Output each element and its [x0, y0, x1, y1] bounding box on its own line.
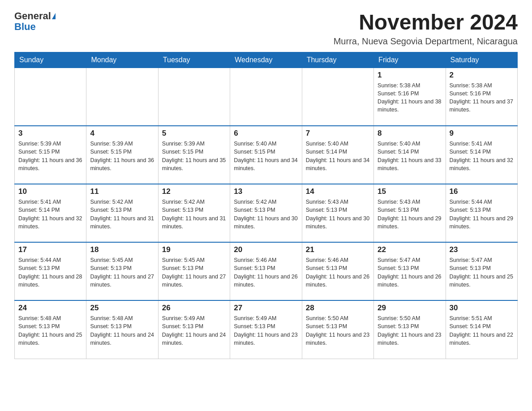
day-number: 9 [450, 129, 514, 138]
calendar-week-row: 10Sunrise: 5:41 AMSunset: 5:14 PMDayligh… [15, 184, 518, 242]
logo-general: General [14, 11, 51, 21]
day-number: 1 [378, 71, 442, 80]
calendar-cell: 19Sunrise: 5:45 AMSunset: 5:13 PMDayligh… [158, 242, 230, 300]
day-number: 24 [18, 304, 82, 313]
page-header: General Blue November 2024 Murra, Nueva … [14, 11, 518, 47]
day-number: 6 [234, 129, 298, 138]
day-info: Sunrise: 5:50 AMSunset: 5:13 PMDaylight:… [306, 314, 370, 347]
day-number: 16 [450, 187, 514, 196]
month-title: November 2024 [334, 11, 518, 34]
day-info: Sunrise: 5:40 AMSunset: 5:15 PMDaylight:… [234, 140, 298, 172]
day-info: Sunrise: 5:48 AMSunset: 5:13 PMDaylight:… [18, 314, 82, 347]
calendar-cell: 25Sunrise: 5:48 AMSunset: 5:13 PMDayligh… [86, 300, 158, 359]
day-number: 26 [162, 304, 226, 313]
day-number: 27 [234, 304, 298, 313]
calendar-cell: 8Sunrise: 5:40 AMSunset: 5:14 PMDaylight… [374, 126, 446, 184]
calendar-cell [302, 68, 373, 126]
day-info: Sunrise: 5:39 AMSunset: 5:15 PMDaylight:… [162, 140, 226, 172]
calendar-week-row: 1Sunrise: 5:38 AMSunset: 5:16 PMDaylight… [15, 68, 518, 126]
day-info: Sunrise: 5:49 AMSunset: 5:13 PMDaylight:… [162, 314, 226, 347]
calendar-cell [15, 68, 86, 126]
calendar-cell: 18Sunrise: 5:45 AMSunset: 5:13 PMDayligh… [86, 242, 158, 300]
day-info: Sunrise: 5:44 AMSunset: 5:13 PMDaylight:… [18, 256, 82, 289]
day-info: Sunrise: 5:50 AMSunset: 5:13 PMDaylight:… [378, 314, 442, 347]
day-info: Sunrise: 5:48 AMSunset: 5:13 PMDaylight:… [90, 314, 154, 347]
day-info: Sunrise: 5:46 AMSunset: 5:13 PMDaylight:… [234, 256, 298, 289]
day-info: Sunrise: 5:45 AMSunset: 5:13 PMDaylight:… [90, 256, 154, 289]
day-info: Sunrise: 5:38 AMSunset: 5:16 PMDaylight:… [378, 81, 442, 114]
day-number: 19 [162, 245, 226, 254]
calendar-week-row: 24Sunrise: 5:48 AMSunset: 5:13 PMDayligh… [15, 300, 518, 359]
logo-triangle-icon [52, 13, 56, 19]
calendar-cell: 7Sunrise: 5:40 AMSunset: 5:14 PMDaylight… [302, 126, 373, 184]
day-number: 29 [378, 304, 442, 313]
calendar-cell: 14Sunrise: 5:43 AMSunset: 5:13 PMDayligh… [302, 184, 373, 242]
calendar-cell: 29Sunrise: 5:50 AMSunset: 5:13 PMDayligh… [374, 300, 446, 359]
day-number: 12 [162, 187, 226, 196]
day-info: Sunrise: 5:47 AMSunset: 5:13 PMDaylight:… [378, 256, 442, 289]
calendar-cell: 17Sunrise: 5:44 AMSunset: 5:13 PMDayligh… [15, 242, 86, 300]
calendar-cell: 30Sunrise: 5:51 AMSunset: 5:14 PMDayligh… [446, 300, 517, 359]
day-info: Sunrise: 5:46 AMSunset: 5:13 PMDaylight:… [306, 256, 370, 289]
day-info: Sunrise: 5:42 AMSunset: 5:13 PMDaylight:… [90, 198, 154, 231]
calendar-header-row: SundayMondayTuesdayWednesdayThursdayFrid… [15, 52, 518, 68]
day-number: 10 [18, 187, 82, 196]
calendar-table: SundayMondayTuesdayWednesdayThursdayFrid… [14, 52, 518, 359]
calendar-cell: 2Sunrise: 5:38 AMSunset: 5:16 PMDaylight… [446, 68, 517, 126]
calendar-week-row: 17Sunrise: 5:44 AMSunset: 5:13 PMDayligh… [15, 242, 518, 300]
calendar-cell: 27Sunrise: 5:49 AMSunset: 5:13 PMDayligh… [230, 300, 302, 359]
day-info: Sunrise: 5:40 AMSunset: 5:14 PMDaylight:… [306, 140, 370, 172]
day-number: 28 [306, 304, 370, 313]
day-number: 13 [234, 187, 298, 196]
calendar-cell: 5Sunrise: 5:39 AMSunset: 5:15 PMDaylight… [158, 126, 230, 184]
calendar-cell: 22Sunrise: 5:47 AMSunset: 5:13 PMDayligh… [374, 242, 446, 300]
day-info: Sunrise: 5:41 AMSunset: 5:14 PMDaylight:… [450, 140, 514, 172]
calendar-cell [86, 68, 158, 126]
day-number: 20 [234, 245, 298, 254]
calendar-cell: 9Sunrise: 5:41 AMSunset: 5:14 PMDaylight… [446, 126, 517, 184]
day-info: Sunrise: 5:38 AMSunset: 5:16 PMDaylight:… [450, 81, 514, 114]
day-number: 15 [378, 187, 442, 196]
calendar-week-row: 3Sunrise: 5:39 AMSunset: 5:15 PMDaylight… [15, 126, 518, 184]
calendar-cell: 10Sunrise: 5:41 AMSunset: 5:14 PMDayligh… [15, 184, 86, 242]
day-number: 4 [90, 129, 154, 138]
calendar-cell: 12Sunrise: 5:42 AMSunset: 5:13 PMDayligh… [158, 184, 230, 242]
day-number: 22 [378, 245, 442, 254]
calendar-cell: 16Sunrise: 5:44 AMSunset: 5:13 PMDayligh… [446, 184, 517, 242]
day-info: Sunrise: 5:47 AMSunset: 5:13 PMDaylight:… [450, 256, 514, 289]
col-header-friday: Friday [374, 52, 446, 68]
calendar-cell: 21Sunrise: 5:46 AMSunset: 5:13 PMDayligh… [302, 242, 373, 300]
calendar-cell: 6Sunrise: 5:40 AMSunset: 5:15 PMDaylight… [230, 126, 302, 184]
calendar-cell: 11Sunrise: 5:42 AMSunset: 5:13 PMDayligh… [86, 184, 158, 242]
calendar-cell: 23Sunrise: 5:47 AMSunset: 5:13 PMDayligh… [446, 242, 517, 300]
day-number: 8 [378, 129, 442, 138]
day-number: 18 [90, 245, 154, 254]
title-block: November 2024 Murra, Nueva Segovia Depar… [334, 11, 518, 47]
calendar-cell: 20Sunrise: 5:46 AMSunset: 5:13 PMDayligh… [230, 242, 302, 300]
logo-blue: Blue [14, 21, 36, 32]
logo: General Blue [14, 11, 56, 32]
col-header-wednesday: Wednesday [230, 52, 302, 68]
day-info: Sunrise: 5:43 AMSunset: 5:13 PMDaylight:… [378, 198, 442, 231]
col-header-tuesday: Tuesday [158, 52, 230, 68]
day-info: Sunrise: 5:42 AMSunset: 5:13 PMDaylight:… [234, 198, 298, 231]
day-info: Sunrise: 5:39 AMSunset: 5:15 PMDaylight:… [18, 140, 82, 172]
calendar-cell: 24Sunrise: 5:48 AMSunset: 5:13 PMDayligh… [15, 300, 86, 359]
day-info: Sunrise: 5:44 AMSunset: 5:13 PMDaylight:… [450, 198, 514, 231]
day-number: 17 [18, 245, 82, 254]
col-header-thursday: Thursday [302, 52, 373, 68]
col-header-monday: Monday [86, 52, 158, 68]
day-number: 2 [450, 71, 514, 80]
day-info: Sunrise: 5:42 AMSunset: 5:13 PMDaylight:… [162, 198, 226, 231]
day-info: Sunrise: 5:51 AMSunset: 5:14 PMDaylight:… [450, 314, 514, 347]
calendar-cell: 26Sunrise: 5:49 AMSunset: 5:13 PMDayligh… [158, 300, 230, 359]
day-number: 23 [450, 245, 514, 254]
day-number: 14 [306, 187, 370, 196]
calendar-cell: 1Sunrise: 5:38 AMSunset: 5:16 PMDaylight… [374, 68, 446, 126]
day-number: 25 [90, 304, 154, 313]
calendar-cell: 13Sunrise: 5:42 AMSunset: 5:13 PMDayligh… [230, 184, 302, 242]
day-number: 5 [162, 129, 226, 138]
day-number: 7 [306, 129, 370, 138]
day-number: 3 [18, 129, 82, 138]
day-info: Sunrise: 5:49 AMSunset: 5:13 PMDaylight:… [234, 314, 298, 347]
